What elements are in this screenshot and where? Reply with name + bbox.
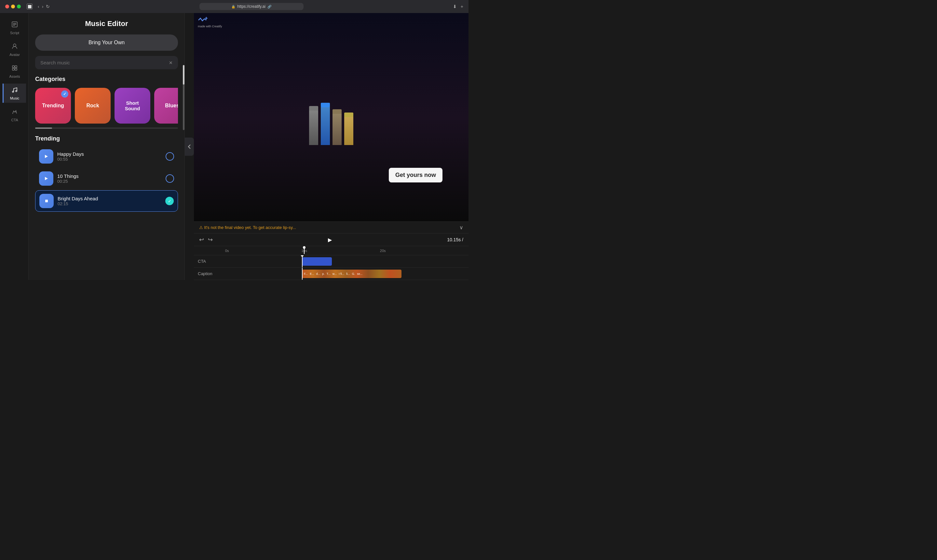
track-happy-days-select[interactable] bbox=[166, 152, 174, 161]
video-preview: made with Creatify bbox=[194, 13, 468, 222]
panel-scrollbar[interactable] bbox=[183, 65, 185, 130]
cta-row-needle bbox=[302, 255, 302, 267]
caption-seg-3: d... bbox=[316, 272, 321, 276]
bring-your-own-button[interactable]: Bring Your Own bbox=[35, 34, 178, 51]
download-icon[interactable]: ⬇ bbox=[453, 4, 457, 9]
nav-sidebar: Script Avatar Assets bbox=[0, 13, 29, 280]
sidebar-toggle[interactable]: ⬜ bbox=[27, 3, 32, 9]
svg-rect-14 bbox=[45, 200, 48, 202]
play-10-things-button[interactable] bbox=[39, 171, 53, 186]
track-bright-days-ahead[interactable]: Bright Days Ahead 02:15 ✓ bbox=[35, 190, 178, 212]
ruler-track: 0s 10s 20s bbox=[225, 248, 463, 254]
forward-button[interactable]: › bbox=[42, 4, 43, 9]
cta-needle-head bbox=[301, 255, 304, 257]
svg-marker-12 bbox=[45, 155, 48, 158]
svg-rect-5 bbox=[12, 66, 14, 68]
window-controls bbox=[5, 5, 21, 8]
category-blues[interactable]: Blues bbox=[154, 88, 178, 123]
video-bg: made with Creatify bbox=[194, 13, 468, 222]
caption-seg-1: F... bbox=[303, 272, 308, 276]
lipstick-3 bbox=[333, 109, 342, 145]
category-trending[interactable]: ✓ Trending bbox=[35, 88, 71, 123]
panel-title: Music Editor bbox=[35, 20, 178, 28]
scroll-thumb bbox=[35, 128, 52, 129]
track-10-things[interactable]: 10 Things 00:25 bbox=[35, 168, 178, 189]
maximize-button[interactable] bbox=[17, 5, 21, 8]
track-10-things-select[interactable] bbox=[166, 174, 174, 183]
categories-title: Categories bbox=[35, 76, 178, 83]
address-bar: 🔒 https://creatify.ai 🔗 bbox=[52, 3, 450, 10]
assets-icon bbox=[11, 65, 18, 73]
back-button[interactable]: ‹ bbox=[38, 4, 39, 9]
reload-button[interactable]: ↻ bbox=[46, 4, 50, 9]
svg-rect-7 bbox=[12, 68, 14, 70]
sidebar-item-assets[interactable]: Assets bbox=[3, 62, 26, 81]
caption-seg-7: I fi... bbox=[338, 272, 345, 276]
play-happy-days-button[interactable] bbox=[39, 149, 53, 163]
minimize-button[interactable] bbox=[11, 5, 15, 8]
close-button[interactable] bbox=[5, 5, 9, 8]
track-happy-days[interactable]: Happy Days 00:55 bbox=[35, 146, 178, 167]
svg-point-4 bbox=[13, 44, 16, 46]
sidebar-item-music[interactable]: Music bbox=[3, 83, 26, 103]
stop-bright-days-button[interactable] bbox=[39, 194, 54, 208]
caption-seg-10: se... bbox=[356, 272, 363, 276]
caption-block[interactable]: F... E... d... p. T... w... I fi... li..… bbox=[302, 269, 401, 278]
undo-button[interactable]: ↩ bbox=[199, 236, 204, 243]
new-tab-icon[interactable]: + bbox=[461, 4, 463, 9]
lipstick-2 bbox=[321, 103, 330, 145]
track-bright-days-name: Bright Days Ahead bbox=[58, 196, 161, 201]
playhead-head bbox=[303, 246, 305, 249]
panel-collapse-button[interactable] bbox=[185, 138, 194, 156]
main-content: Script Avatar Assets bbox=[0, 13, 468, 280]
timeline-toolbar: ↩ ↪ ▶ 10.15s / bbox=[194, 234, 468, 246]
panel-scrollbar-thumb bbox=[183, 65, 185, 85]
svg-rect-8 bbox=[15, 68, 17, 70]
caption-seg-2: E... bbox=[309, 272, 315, 276]
warning-expand-button[interactable]: ∨ bbox=[459, 225, 463, 231]
track-list: Happy Days 00:55 10 Things 00:25 bbox=[35, 146, 178, 274]
caption-row-needle bbox=[302, 268, 302, 280]
caption-seg-4: p. bbox=[321, 272, 325, 276]
ruler-mark-0s: 0s bbox=[225, 249, 229, 253]
titlebar: ⬜ ‹ › ↻ 🔒 https://creatify.ai 🔗 ⬇ + bbox=[0, 0, 468, 13]
search-input[interactable] bbox=[40, 60, 169, 65]
timeline-row-cta: CTA bbox=[194, 255, 468, 268]
bright-days-check-icon: ✓ bbox=[168, 199, 171, 203]
track-bright-days-select[interactable]: ✓ bbox=[165, 197, 174, 205]
track-happy-days-duration: 00:55 bbox=[57, 157, 162, 162]
sidebar-item-avatar[interactable]: Avatar bbox=[3, 40, 26, 59]
script-icon bbox=[11, 21, 18, 29]
timeline-section: ↩ ↪ ▶ 10.15s / 0s 10s 20s bbox=[194, 233, 468, 280]
track-10-things-duration: 00:25 bbox=[57, 179, 162, 184]
sidebar-item-script[interactable]: Script bbox=[3, 18, 26, 37]
svg-point-11 bbox=[12, 113, 13, 114]
sidebar-item-cta[interactable]: CTA bbox=[3, 105, 26, 125]
chain-icon: 🔗 bbox=[267, 5, 271, 8]
search-clear-button[interactable]: ✕ bbox=[169, 60, 173, 65]
trending-title: Trending bbox=[35, 135, 178, 142]
caption-seg-8: li... bbox=[345, 272, 351, 276]
search-bar: ✕ bbox=[35, 56, 178, 69]
track-happy-days-info: Happy Days 00:55 bbox=[57, 151, 162, 162]
url-text: https://creatify.ai bbox=[237, 4, 265, 9]
timeline-rows: CTA Caption F... E... bbox=[194, 255, 468, 280]
url-pill[interactable]: 🔒 https://creatify.ai 🔗 bbox=[199, 3, 304, 10]
category-rock[interactable]: Rock bbox=[75, 88, 111, 123]
lipstick-1 bbox=[309, 106, 318, 145]
warning-bar: ⚠ It's not the final video yet. To get a… bbox=[194, 222, 468, 233]
track-10-things-info: 10 Things 00:25 bbox=[57, 173, 162, 184]
cta-block[interactable] bbox=[302, 257, 332, 266]
lock-icon: 🔒 bbox=[231, 5, 235, 8]
redo-button[interactable]: ↪ bbox=[208, 236, 213, 243]
music-panel: Music Editor Bring Your Own ✕ Categories… bbox=[29, 13, 185, 280]
category-short-sound[interactable]: ShortSound bbox=[114, 88, 150, 123]
svg-point-9 bbox=[12, 91, 14, 92]
avatar-label: Avatar bbox=[9, 53, 20, 57]
cta-bubble: Get yours now bbox=[389, 168, 442, 182]
categories-grid: ✓ Trending Rock ShortSound Blues bbox=[35, 88, 178, 123]
playhead-needle[interactable] bbox=[304, 248, 305, 254]
lipstick-4 bbox=[344, 112, 353, 145]
timeline-play-button[interactable]: ▶ bbox=[328, 237, 332, 243]
avatar-icon bbox=[11, 43, 18, 51]
